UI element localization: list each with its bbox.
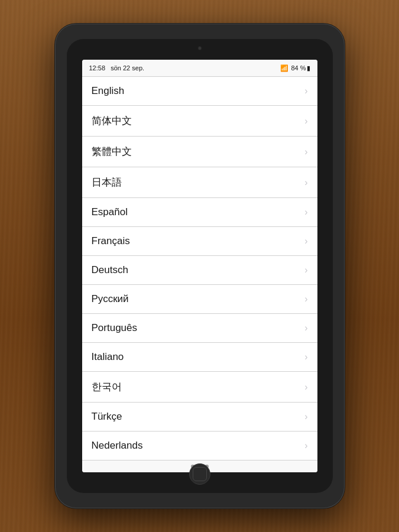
language-name-italian: Italiano (92, 351, 124, 363)
language-item-japanese[interactable]: 日本語› (82, 167, 317, 198)
language-name-simp-chinese: 简体中文 (92, 114, 132, 128)
language-item-english[interactable]: English› (82, 76, 317, 106)
battery-indicator: 84 % ▮ (291, 64, 310, 72)
ipad-inner-bezel: 12:58 sön 22 sep. 📶 84 % ▮ English›简体中文›… (67, 39, 333, 493)
language-list: English›简体中文›繁體中文›日本語›Español›Français›D… (82, 76, 317, 460)
language-item-turkish[interactable]: Türkçe› (82, 403, 317, 432)
wifi-icon: 📶 (280, 64, 288, 72)
battery-icon-symbol: ▮ (307, 64, 310, 72)
language-name-spanish: Español (92, 206, 128, 218)
front-camera (197, 46, 202, 50)
chevron-icon-japanese: › (304, 177, 307, 188)
home-button[interactable] (189, 463, 210, 485)
language-name-english: English (92, 85, 125, 97)
status-time-date: 12:58 sön 22 sep. (89, 64, 145, 72)
status-date: sön 22 sep. (111, 64, 144, 72)
home-button-inner (193, 467, 207, 481)
status-bar: 12:58 sön 22 sep. 📶 84 % ▮ (82, 60, 317, 76)
ipad-device: 12:58 sön 22 sep. 📶 84 % ▮ English›简体中文›… (55, 24, 345, 508)
status-time: 12:58 (89, 64, 106, 72)
chevron-icon-english: › (304, 86, 307, 96)
chevron-icon-simp-chinese: › (304, 116, 307, 126)
language-item-italian[interactable]: Italiano› (82, 343, 317, 372)
chevron-icon-russian: › (304, 294, 307, 304)
language-name-japanese: 日本語 (92, 176, 122, 189)
chevron-icon-korean: › (304, 382, 307, 392)
language-item-german[interactable]: Deutsch› (82, 256, 317, 285)
language-item-spanish[interactable]: Español› (82, 198, 317, 227)
chevron-icon-dutch: › (304, 440, 307, 451)
language-item-simp-chinese[interactable]: 简体中文› (82, 106, 317, 137)
battery-percent: 84 % (291, 64, 306, 72)
language-name-dutch: Nederlands (92, 440, 143, 452)
chevron-icon-trad-chinese: › (304, 147, 307, 157)
language-name-russian: Русский (92, 293, 129, 305)
language-name-french: Français (92, 235, 130, 247)
chevron-icon-french: › (304, 236, 307, 246)
chevron-icon-spanish: › (304, 207, 307, 218)
language-name-portuguese: Português (92, 322, 138, 334)
status-right-indicators: 📶 84 % ▮ (280, 64, 310, 72)
language-item-dutch[interactable]: Nederlands› (82, 432, 317, 460)
language-item-korean[interactable]: 한국어› (82, 372, 317, 403)
chevron-icon-portuguese: › (304, 323, 307, 333)
language-name-turkish: Türkçe (92, 411, 122, 423)
language-name-german: Deutsch (92, 264, 128, 276)
language-name-korean: 한국어 (92, 380, 122, 394)
language-name-trad-chinese: 繁體中文 (92, 145, 132, 158)
language-item-russian[interactable]: Русский› (82, 285, 317, 314)
chevron-icon-german: › (304, 265, 307, 275)
language-item-portuguese[interactable]: Português› (82, 314, 317, 343)
chevron-icon-turkish: › (304, 411, 307, 422)
language-item-trad-chinese[interactable]: 繁體中文› (82, 137, 317, 167)
chevron-icon-italian: › (304, 352, 307, 362)
screen: 12:58 sön 22 sep. 📶 84 % ▮ English›简体中文›… (82, 60, 317, 472)
language-item-french[interactable]: Français› (82, 227, 317, 256)
